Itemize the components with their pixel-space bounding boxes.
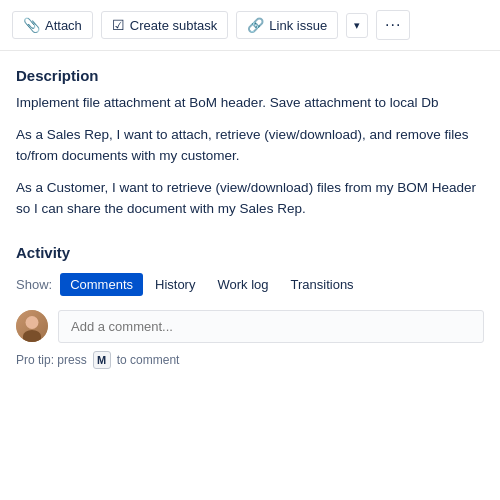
show-label: Show: — [16, 277, 52, 292]
activity-title: Activity — [16, 244, 70, 261]
create-subtask-label: Create subtask — [130, 18, 217, 33]
avatar-image — [16, 310, 48, 342]
main-content: Description Implement file attachment at… — [0, 51, 500, 369]
paperclip-icon: 📎 — [23, 17, 40, 33]
description-para-3: As a Customer, I want to retrieve (view/… — [16, 177, 484, 220]
comment-input[interactable] — [58, 310, 484, 343]
link-issue-label: Link issue — [269, 18, 327, 33]
description-para-2: As a Sales Rep, I want to attach, retrie… — [16, 124, 484, 167]
attach-label: Attach — [45, 18, 82, 33]
link-icon: 🔗 — [247, 17, 264, 33]
tab-worklog[interactable]: Work log — [207, 273, 278, 296]
toolbar: 📎 Attach ☑ Create subtask 🔗 Link issue ▾… — [0, 0, 500, 51]
attach-button[interactable]: 📎 Attach — [12, 11, 93, 39]
activity-header: Activity — [16, 244, 484, 261]
activity-section: Activity Show: Comments History Work log… — [16, 244, 484, 369]
create-subtask-button[interactable]: ☑ Create subtask — [101, 11, 228, 39]
description-para-1: Implement file attachment at BoM header.… — [16, 92, 484, 114]
pro-tip-suffix: to comment — [117, 353, 180, 367]
activity-controls: Show: Comments History Work log Transiti… — [16, 273, 484, 296]
description-section: Description Implement file attachment at… — [16, 67, 484, 220]
comment-area — [16, 310, 484, 343]
tab-history[interactable]: History — [145, 273, 205, 296]
more-options-button[interactable]: ··· — [376, 10, 410, 40]
tab-comments[interactable]: Comments — [60, 273, 143, 296]
dropdown-chevron-button[interactable]: ▾ — [346, 13, 368, 38]
pro-tip-prefix: Pro tip: press — [16, 353, 87, 367]
comment-input-wrap — [58, 310, 484, 343]
chevron-down-icon: ▾ — [354, 19, 360, 32]
pro-tip: Pro tip: press M to comment — [16, 351, 484, 369]
tab-transitions[interactable]: Transitions — [281, 273, 364, 296]
avatar — [16, 310, 48, 342]
link-issue-button[interactable]: 🔗 Link issue — [236, 11, 338, 39]
subtask-icon: ☑ — [112, 17, 125, 33]
tab-group: Comments History Work log Transitions — [60, 273, 363, 296]
ellipsis-icon: ··· — [385, 16, 401, 34]
description-title: Description — [16, 67, 484, 84]
key-badge-m: M — [93, 351, 111, 369]
